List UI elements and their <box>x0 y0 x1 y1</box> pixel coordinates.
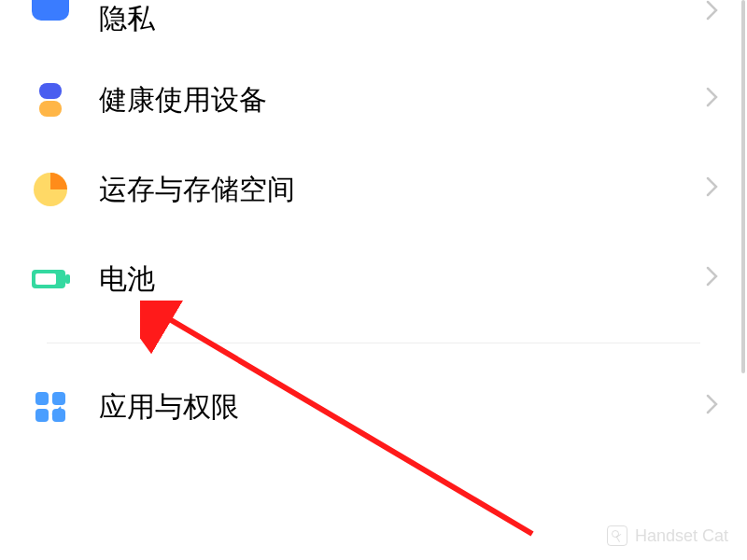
svg-rect-1 <box>39 83 62 99</box>
settings-item-storage[interactable]: 运存与存储空间 <box>19 145 728 234</box>
item-label: 应用与权限 <box>99 388 706 427</box>
chevron-right-icon <box>706 176 719 203</box>
settings-item-apps-permissions[interactable]: 应用与权限 <box>19 362 728 452</box>
svg-rect-10 <box>52 409 65 422</box>
chevron-right-icon <box>706 0 719 26</box>
settings-item-privacy[interactable]: 隐私 <box>19 0 728 55</box>
item-label: 电池 <box>99 260 706 299</box>
item-label: 健康使用设备 <box>99 81 706 119</box>
chevron-right-icon <box>706 87 719 113</box>
watermark: Handset Cat <box>607 525 728 546</box>
section-divider <box>47 343 700 343</box>
item-label: 运存与存储空间 <box>99 171 706 209</box>
svg-rect-2 <box>39 101 62 117</box>
svg-rect-5 <box>65 274 70 284</box>
watermark-icon <box>607 525 627 546</box>
svg-rect-0 <box>32 0 69 21</box>
svg-rect-7 <box>35 392 49 405</box>
storage-icon <box>28 167 73 212</box>
chevron-right-icon <box>706 266 719 292</box>
battery-icon <box>28 257 73 301</box>
settings-item-digital-wellbeing[interactable]: 健康使用设备 <box>19 55 728 145</box>
settings-list: 隐私 健康使用设备 运存与存储空间 <box>0 0 747 452</box>
item-label: 隐私 <box>99 0 706 38</box>
watermark-text: Handset Cat <box>635 526 728 546</box>
chevron-right-icon <box>706 394 719 420</box>
svg-rect-9 <box>35 409 49 422</box>
svg-rect-6 <box>35 273 56 285</box>
settings-item-battery[interactable]: 电池 <box>19 234 728 324</box>
scrollbar[interactable] <box>741 0 745 373</box>
privacy-icon <box>28 0 73 26</box>
apps-icon <box>28 385 73 429</box>
svg-rect-8 <box>52 392 65 405</box>
wellbeing-icon <box>28 77 73 122</box>
